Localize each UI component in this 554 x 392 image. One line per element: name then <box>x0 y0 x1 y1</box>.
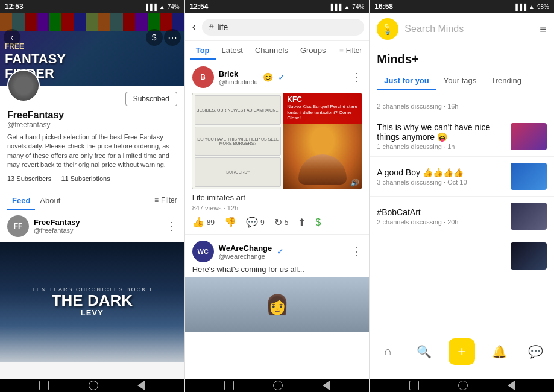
burger-shape <box>298 154 347 185</box>
share-button[interactable]: ↻ 5 <box>274 217 289 228</box>
time-p1: 12:53 <box>5 2 24 11</box>
create-post-button[interactable]: + <box>449 338 475 365</box>
wifi-icon-p2: ▲ <box>344 4 350 10</box>
search-back-button[interactable]: ‹ <box>190 18 198 36</box>
messages-button[interactable]: 💬 <box>524 340 548 364</box>
share-count: 5 <box>285 218 289 227</box>
upload-icon: ⬆ <box>298 217 306 228</box>
tab-top[interactable]: Top <box>190 41 216 60</box>
comic-panel-1: BESIDES, OUR NEWEST AD CAMPAIGN... <box>195 95 282 125</box>
search-nav-button[interactable]: 🔍 <box>412 340 436 364</box>
tab-about[interactable]: About <box>35 191 65 210</box>
search-filter-button[interactable]: ≡ Filter <box>337 41 365 60</box>
battery-p3: 98% <box>537 4 549 10</box>
post-2: WC WeAreChange @wearechange ✓ ⋮ Here's w… <box>185 235 370 332</box>
kfc-logo: KFC <box>287 95 358 104</box>
tab-latest[interactable]: Latest <box>216 41 249 60</box>
tab-trending[interactable]: Trending <box>483 72 529 90</box>
channel-tabs: Feed About ≡ Filter <box>0 191 184 210</box>
post-2-handle: @wearechange <box>219 253 272 260</box>
filter-icon-p2: ≡ <box>339 46 344 55</box>
time-p2: 12:54 <box>190 2 209 11</box>
back-button[interactable]: ‹ <box>4 29 20 46</box>
post-1-more[interactable]: ⋮ <box>351 71 362 84</box>
item-2-title: This is why we can't have nice things an… <box>377 122 505 142</box>
android-back-p3[interactable] <box>508 381 515 390</box>
avatar <box>7 69 40 102</box>
filter-tabs: Just for you Your tags Trending <box>377 72 547 90</box>
android-circle-p2[interactable] <box>273 381 283 390</box>
channel-handle: @freefantasy <box>7 121 177 129</box>
stack-icon[interactable]: ≡ <box>540 22 547 36</box>
android-circle-p1[interactable] <box>89 381 98 390</box>
android-circle-p3[interactable] <box>458 381 468 390</box>
like-count: 89 <box>207 218 215 227</box>
channel-stats: 13 Subscribers 11 Subscriptions <box>7 175 177 182</box>
post-more-button[interactable]: ⋮ <box>166 220 177 233</box>
tip-button[interactable]: $ <box>315 217 321 228</box>
search-input[interactable]: # life <box>202 19 365 36</box>
minds-logo: 💡 <box>377 18 398 40</box>
android-back-p1[interactable] <box>137 381 145 390</box>
post-1-username: Brick <box>219 69 258 78</box>
post-2-avatar: WC <box>192 241 214 262</box>
battery-p1: 74% <box>168 4 180 10</box>
more-button[interactable]: ⋯ <box>164 29 181 46</box>
filter-button[interactable]: ≡ Filter <box>154 196 177 204</box>
verified-icon: ✓ <box>278 72 285 82</box>
post-avatar: FF <box>7 215 29 237</box>
subscribed-button[interactable]: Subscribed <box>125 92 177 106</box>
android-square-p2[interactable] <box>224 381 234 390</box>
post-1-header: B Brick @hindudindu 😊 ✓ ⋮ <box>192 66 362 88</box>
item-3-meta: 3 channels discussing · Oct 10 <box>377 179 505 186</box>
post-1-avatar: B <box>192 66 214 88</box>
android-nav-p2 <box>185 379 370 392</box>
search-bar: ‹ # life <box>185 13 370 41</box>
tab-your-tags[interactable]: Your tags <box>436 72 483 90</box>
comic-panel-3: BURGERS? <box>195 157 282 187</box>
minds-plus-title: Minds+ <box>377 52 547 66</box>
comment-count: 9 <box>260 218 265 227</box>
signal-icon-p2: ▐▐▐ <box>329 4 341 10</box>
item-1-meta: 2 channels discussing · 16h <box>377 103 547 110</box>
notifications-button[interactable]: 🔔 <box>487 340 511 364</box>
android-square-p1[interactable] <box>39 381 49 390</box>
kfc-overlay: KFC Nuovo Kiss Burger! Perché stare lont… <box>283 93 362 124</box>
post-2-more[interactable]: ⋮ <box>351 245 362 258</box>
post-header: FF FreeFantasy @freefantasy ⋮ <box>0 210 184 242</box>
volume-icon[interactable]: 🔊 <box>350 179 359 187</box>
comment-icon: 💬 <box>246 217 258 228</box>
profile-section: Subscribed FreeFantasy @freefantasy Get … <box>0 86 184 191</box>
list-item <box>370 236 554 271</box>
smile-icon: 😊 <box>263 72 273 82</box>
dollar-button[interactable]: $ <box>146 29 163 46</box>
upload-button[interactable]: ⬆ <box>298 217 306 228</box>
signal-icon: ▐▐▐ <box>143 4 156 10</box>
battery-p2: 74% <box>352 4 364 10</box>
tab-groups[interactable]: Groups <box>294 41 332 60</box>
like-button[interactable]: 👍 89 <box>192 217 215 228</box>
search-placeholder-text[interactable]: Search Minds <box>404 24 534 34</box>
tab-just-for-you[interactable]: Just for you <box>377 72 436 90</box>
dollar-icon: $ <box>315 217 321 228</box>
thumbs-up-icon: 👍 <box>192 217 204 228</box>
list-item: 2 channels discussing · 16h <box>370 96 554 116</box>
bottom-nav: ⌂ 🔍 + 🔔 💬 <box>370 337 554 365</box>
post-2-caption: Here's what's coming for us all... <box>185 265 370 277</box>
post-1-handle: @hindudindu <box>219 78 258 86</box>
android-back-p2[interactable] <box>323 381 330 390</box>
book-title: TEN TEARS CHRONICLES BOOK I THE DARK LEV… <box>32 286 152 317</box>
item-2-thumbnail <box>511 123 547 150</box>
home-icon: ⌂ <box>384 344 391 358</box>
status-icons-p2: ▐▐▐ ▲ 74% <box>329 4 364 10</box>
tab-channels[interactable]: Channels <box>249 41 294 60</box>
android-square-p3[interactable] <box>409 381 419 390</box>
comment-button[interactable]: 💬 9 <box>246 217 265 228</box>
minds-header: 💡 Search Minds ≡ <box>370 13 554 45</box>
avatar-image <box>8 71 39 101</box>
home-nav-button[interactable]: ⌂ <box>376 340 400 364</box>
tab-feed[interactable]: Feed <box>7 191 35 210</box>
dislike-button[interactable]: 👎 <box>224 217 236 228</box>
item-2-meta: 1 channels discussing · 1h <box>377 143 505 150</box>
list-item: This is why we can't have nice things an… <box>370 116 554 157</box>
